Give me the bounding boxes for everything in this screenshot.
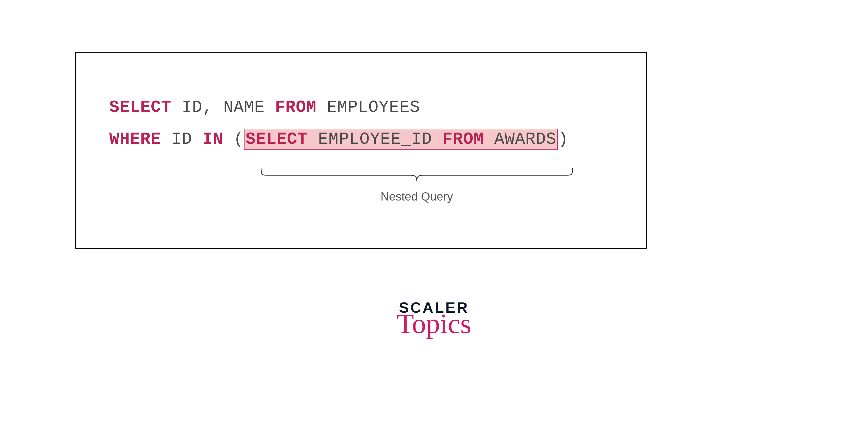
annotation-brace: Nested Query [260,168,574,203]
close-paren: ) [558,130,568,149]
logo-sub-text: Topics [397,314,471,334]
code-line-2: WHERE ID IN (SELECT EMPLOYEE_ID FROM AWA… [109,123,611,155]
annotation-label: Nested Query [260,190,574,203]
inner-keyword-select: SELECT [246,130,308,149]
inner-keyword-from: FROM [442,130,484,149]
keyword-select: SELECT [109,98,172,117]
keyword-in: IN [203,130,223,149]
inner-table: AWARDS [484,130,556,149]
table-name: EMPLOYEES [316,98,420,117]
scaler-topics-logo: SCALER Topics [397,299,471,334]
sql-diagram-box: SELECT ID, NAME FROM EMPLOYEES WHERE ID … [75,52,647,249]
columns: ID, NAME [172,98,275,117]
where-column: ID [161,130,203,149]
open-paren: ( [223,130,244,149]
inner-column: EMPLOYEE_ID [308,130,442,149]
curly-brace-icon [260,168,574,183]
keyword-where: WHERE [109,130,161,149]
nested-query-highlight: SELECT EMPLOYEE_ID FROM AWARDS [244,129,558,150]
keyword-from: FROM [275,98,316,117]
code-line-1: SELECT ID, NAME FROM EMPLOYEES [109,91,611,123]
